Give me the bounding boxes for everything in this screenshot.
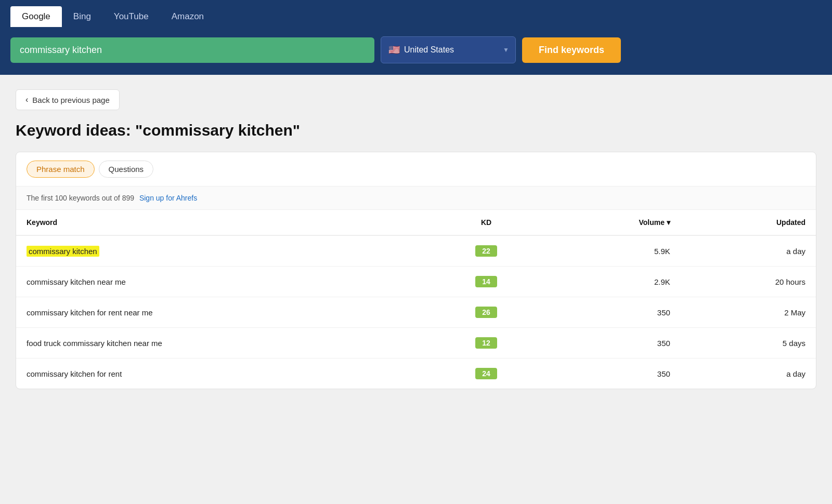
cell-keyword: commissary kitchen for rent (16, 359, 430, 389)
tab-questions[interactable]: Questions (99, 161, 154, 178)
kd-badge: 22 (475, 245, 497, 257)
kd-badge: 12 (475, 337, 497, 349)
col-kd: KD (430, 210, 543, 235)
table-row: food truck commissary kitchen near me 12… (16, 328, 816, 359)
chevron-down-icon: ▼ (503, 46, 509, 54)
keyword-text: commissary kitchen for rent near me (27, 308, 153, 317)
cell-kd: 14 (430, 267, 543, 297)
header: Google Bing YouTube Amazon 🇺🇸 United Sta… (0, 0, 832, 75)
keyword-text: food truck commissary kitchen near me (27, 339, 162, 348)
cell-keyword: food truck commissary kitchen near me (16, 328, 430, 359)
cell-updated: 2 May (681, 297, 816, 328)
kd-badge: 24 (475, 368, 497, 379)
cell-volume: 5.9K (542, 235, 680, 267)
cell-volume: 350 (542, 359, 680, 389)
tab-phrase-match[interactable]: Phrase match (27, 161, 95, 178)
cell-keyword: commissary kitchen for rent near me (16, 297, 430, 328)
tab-google[interactable]: Google (10, 6, 62, 27)
search-bar: 🇺🇸 United States ▼ Find keywords (0, 27, 832, 75)
keywords-table: Keyword KD Volume ▾ Updated commissary k… (16, 210, 816, 389)
kd-badge: 14 (475, 276, 497, 287)
cell-volume: 2.9K (542, 267, 680, 297)
cell-kd: 12 (430, 328, 543, 359)
info-row: The first 100 keywords out of 899 Sign u… (16, 187, 816, 210)
cell-updated: a day (681, 235, 816, 267)
country-label: United States (404, 45, 454, 55)
cell-kd: 26 (430, 297, 543, 328)
table-row: commissary kitchen for rent 24 350 a day (16, 359, 816, 389)
tab-youtube[interactable]: YouTube (102, 6, 160, 27)
cell-kd: 22 (430, 235, 543, 267)
cell-keyword: commissary kitchen (16, 235, 430, 267)
search-input-wrapper (10, 37, 374, 63)
engine-tabs: Google Bing YouTube Amazon (0, 0, 832, 27)
back-label: Back to previous page (32, 96, 109, 104)
find-keywords-button[interactable]: Find keywords (522, 37, 621, 63)
search-input[interactable] (10, 37, 374, 63)
country-select-wrapper: 🇺🇸 United States ▼ (381, 36, 516, 63)
cell-kd: 24 (430, 359, 543, 389)
col-volume[interactable]: Volume ▾ (542, 210, 680, 235)
cell-volume: 350 (542, 328, 680, 359)
col-keyword: Keyword (16, 210, 430, 235)
cell-keyword: commissary kitchen near me (16, 267, 430, 297)
col-updated: Updated (681, 210, 816, 235)
keyword-text: commissary kitchen for rent (27, 369, 122, 378)
country-dropdown[interactable]: 🇺🇸 United States ▼ (381, 36, 516, 63)
back-button[interactable]: ‹ Back to previous page (16, 89, 120, 110)
cell-updated: 20 hours (681, 267, 816, 297)
main-content: ‹ Back to previous page Keyword ideas: "… (0, 75, 832, 439)
tab-amazon[interactable]: Amazon (160, 6, 215, 27)
table-row: commissary kitchen 22 5.9K a day (16, 235, 816, 267)
table-row: commissary kitchen near me 14 2.9K 20 ho… (16, 267, 816, 297)
tab-bing[interactable]: Bing (62, 6, 102, 27)
volume-label: Volume ▾ (639, 218, 670, 227)
table-header-row: Keyword KD Volume ▾ Updated (16, 210, 816, 235)
cell-volume: 350 (542, 297, 680, 328)
page-title: Keyword ideas: "commissary kitchen" (16, 122, 816, 139)
cell-updated: 5 days (681, 328, 816, 359)
cell-updated: a day (681, 359, 816, 389)
keyword-count-text: The first 100 keywords out of 899 (27, 194, 134, 202)
back-arrow-icon: ‹ (25, 95, 28, 104)
kd-badge: 26 (475, 307, 497, 318)
match-tabs: Phrase match Questions (16, 152, 816, 187)
keyword-text: commissary kitchen near me (27, 277, 126, 286)
keyword-highlighted: commissary kitchen (27, 246, 99, 257)
flag-icon: 🇺🇸 (388, 44, 400, 56)
table-row: commissary kitchen for rent near me 26 3… (16, 297, 816, 328)
signup-link[interactable]: Sign up for Ahrefs (139, 194, 197, 202)
results-card: Phrase match Questions The first 100 key… (16, 152, 816, 389)
